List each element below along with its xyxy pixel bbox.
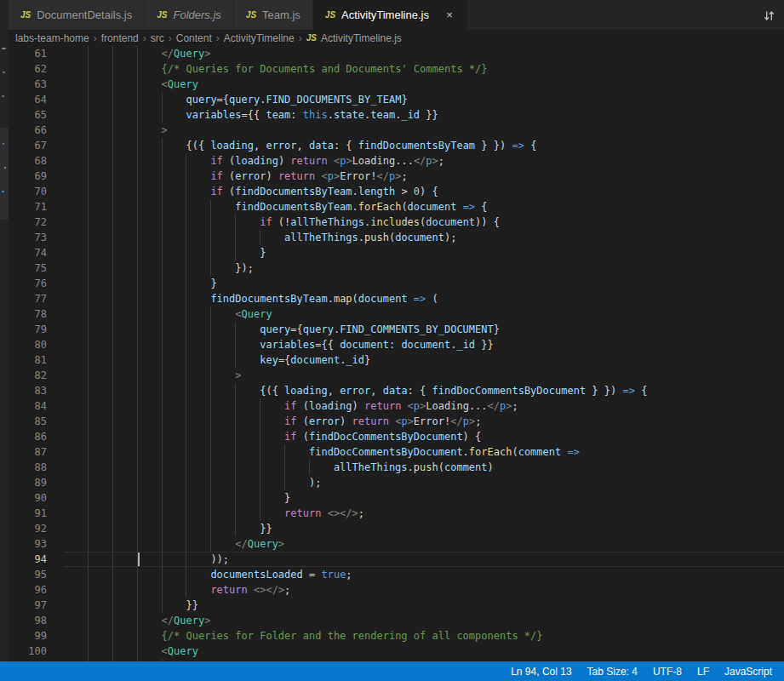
line-number[interactable]: 78 (9, 306, 64, 322)
breadcrumb-item-frontend[interactable]: frontend (101, 32, 139, 44)
code-line-content[interactable]: key={document._id} (64, 352, 784, 368)
code-line-content[interactable]: return <></>; (64, 506, 784, 521)
line-number[interactable]: 65 (9, 107, 64, 123)
code-line-content[interactable]: {/* Queries for Folder and the rendering… (64, 628, 784, 644)
code-line-86[interactable]: 86if (findDocCommentsByDocument) { (9, 429, 784, 444)
code-line-content[interactable]: </Query> (64, 536, 784, 552)
line-number[interactable]: 95 (9, 567, 64, 582)
code-line-content[interactable]: variables={{ team: this.state.team._id }… (64, 107, 784, 123)
line-number[interactable]: 66 (9, 123, 64, 138)
code-line-content[interactable]: query={query.FIND_COMMENTS_BY_DOCUMENT} (64, 322, 784, 337)
code-line-61[interactable]: 61</Query> (9, 46, 784, 61)
swap-arrows-icon[interactable] (760, 7, 777, 24)
line-number[interactable]: 75 (9, 260, 64, 276)
line-number[interactable]: 97 (9, 598, 64, 613)
code-line-70[interactable]: 70if (findDocumentsByTeam.length > 0) { (9, 184, 784, 199)
code-line-62[interactable]: 62{/* Queries for Documents and Document… (9, 61, 784, 77)
line-number[interactable]: 70 (9, 184, 64, 199)
breadcrumb-item-file[interactable]: JSActivityTimeline.js (306, 32, 402, 44)
close-icon[interactable]: × (444, 9, 455, 20)
tab-activitytimeline-js[interactable]: JSActivityTimeline.js× (313, 0, 468, 30)
code-line-94[interactable]: 94)); (9, 552, 784, 567)
code-line-100[interactable]: 100<Query (9, 644, 784, 659)
breadcrumb-item-activitytimeline[interactable]: ActivityTimeline (224, 32, 295, 44)
code-line-66[interactable]: 66> (9, 123, 784, 138)
code-line-content[interactable]: {/* Queries for Documents and Documents'… (64, 61, 784, 77)
line-number[interactable]: 99 (9, 628, 64, 644)
code-line-content[interactable]: if (!allTheThings.includes(document)) { (64, 215, 784, 230)
code-line-79[interactable]: 79query={query.FIND_COMMENTS_BY_DOCUMENT… (9, 322, 784, 337)
code-line-content[interactable]: {({ loading, error, data: { findDocComme… (64, 383, 784, 398)
status-utf-8[interactable]: UTF-8 (653, 666, 682, 678)
code-line-content[interactable]: variables={{ document: document._id }} (64, 337, 784, 352)
code-line-80[interactable]: 80variables={{ document: document._id }} (9, 337, 784, 352)
code-line-content[interactable]: <Query (64, 306, 784, 322)
line-number[interactable]: 74 (9, 245, 64, 260)
tab-documentdetails-js[interactable]: JSDocumentDetails.js (9, 0, 145, 30)
code-line-content[interactable]: } (64, 245, 784, 260)
code-line-63[interactable]: 63<Query (9, 77, 784, 92)
code-line-64[interactable]: 64query={query.FIND_DOCUMENTS_BY_TEAM} (9, 92, 784, 107)
code-line-content[interactable]: <Query (64, 644, 784, 659)
line-number[interactable]: 62 (9, 61, 64, 77)
code-line-content[interactable]: return <></>; (64, 582, 784, 598)
code-line-87[interactable]: 87findDocCommentsByDocument.forEach(comm… (9, 444, 784, 460)
line-number[interactable]: 92 (9, 521, 64, 536)
code-line-content[interactable]: query={query.FIND_DOCUMENTS_BY_TEAM} (64, 92, 784, 107)
line-number[interactable]: 87 (9, 444, 64, 460)
code-line-content[interactable]: <Query (64, 77, 784, 92)
code-line-content[interactable]: allTheThings.push(document); (64, 230, 784, 245)
line-number[interactable]: 90 (9, 490, 64, 506)
code-line-69[interactable]: 69if (error) return <p>Error!</p>; (9, 169, 784, 184)
code-line-content[interactable]: {({ loading, error, data: { findDocument… (64, 138, 784, 153)
line-number[interactable]: 81 (9, 352, 64, 368)
line-number[interactable]: 86 (9, 429, 64, 444)
breadcrumb-item-content[interactable]: Content (176, 32, 212, 44)
line-number[interactable]: 93 (9, 536, 64, 552)
code-line-content[interactable]: </Query> (64, 46, 784, 61)
line-number[interactable]: 79 (9, 322, 64, 337)
line-number[interactable]: 61 (9, 46, 64, 61)
code-line-93[interactable]: 93</Query> (9, 536, 784, 552)
code-line-89[interactable]: 89); (9, 475, 784, 490)
code-line-83[interactable]: 83{({ loading, error, data: { findDocCom… (9, 383, 784, 398)
code-line-content[interactable]: if (error) return <p>Error!</p>; (64, 169, 784, 184)
code-line-91[interactable]: 91return <></>; (9, 506, 784, 521)
tab-team-js[interactable]: JSTeam.js (234, 0, 313, 30)
code-line-76[interactable]: 76} (9, 276, 784, 291)
line-number[interactable]: 98 (9, 613, 64, 628)
code-line-content[interactable]: findDocCommentsByDocument.forEach(commen… (64, 444, 784, 460)
line-number[interactable]: 96 (9, 582, 64, 598)
code-line-content[interactable]: findDocumentsByTeam.forEach(document => … (64, 199, 784, 215)
code-line-content[interactable]: } (64, 490, 784, 506)
line-number[interactable]: 80 (9, 337, 64, 352)
code-line-96[interactable]: 96return <></>; (9, 582, 784, 598)
code-line-81[interactable]: 81key={document._id} (9, 352, 784, 368)
code-line-content[interactable]: if (loading) return <p>Loading...</p>; (64, 398, 784, 414)
line-number[interactable]: 77 (9, 291, 64, 306)
code-line-content[interactable]: documentsLoaded = true; (64, 567, 784, 582)
code-line-content[interactable]: if (findDocumentsByTeam.length > 0) { (64, 184, 784, 199)
code-line-71[interactable]: 71findDocumentsByTeam.forEach(document =… (9, 199, 784, 215)
line-number[interactable]: 84 (9, 398, 64, 414)
line-number[interactable]: 91 (9, 506, 64, 521)
code-line-85[interactable]: 85if (error) return <p>Error!</p>; (9, 414, 784, 429)
code-line-68[interactable]: 68if (loading) return <p>Loading...</p>; (9, 153, 784, 169)
line-number[interactable]: 63 (9, 77, 64, 92)
code-line-73[interactable]: 73allTheThings.push(document); (9, 230, 784, 245)
status-lf[interactable]: LF (697, 666, 709, 678)
code-line-content[interactable]: if (findDocCommentsByDocument) { (64, 429, 784, 444)
code-line-content[interactable]: > (64, 368, 784, 383)
line-number[interactable]: 73 (9, 230, 64, 245)
code-line-content[interactable]: findDocumentsByTeam.map(document => ( (64, 291, 784, 306)
code-line-77[interactable]: 77findDocumentsByTeam.map(document => ( (9, 291, 784, 306)
code-line-92[interactable]: 92}} (9, 521, 784, 536)
status-ln-94-col-13[interactable]: Ln 94, Col 13 (511, 666, 571, 678)
line-number[interactable]: 82 (9, 368, 64, 383)
code-line-78[interactable]: 78<Query (9, 306, 784, 322)
line-number[interactable]: 83 (9, 383, 64, 398)
code-line-content[interactable]: )); (64, 552, 784, 567)
line-number[interactable]: 94 (9, 552, 64, 567)
code-line-content[interactable]: } (64, 276, 784, 291)
line-number[interactable]: 67 (9, 138, 64, 153)
